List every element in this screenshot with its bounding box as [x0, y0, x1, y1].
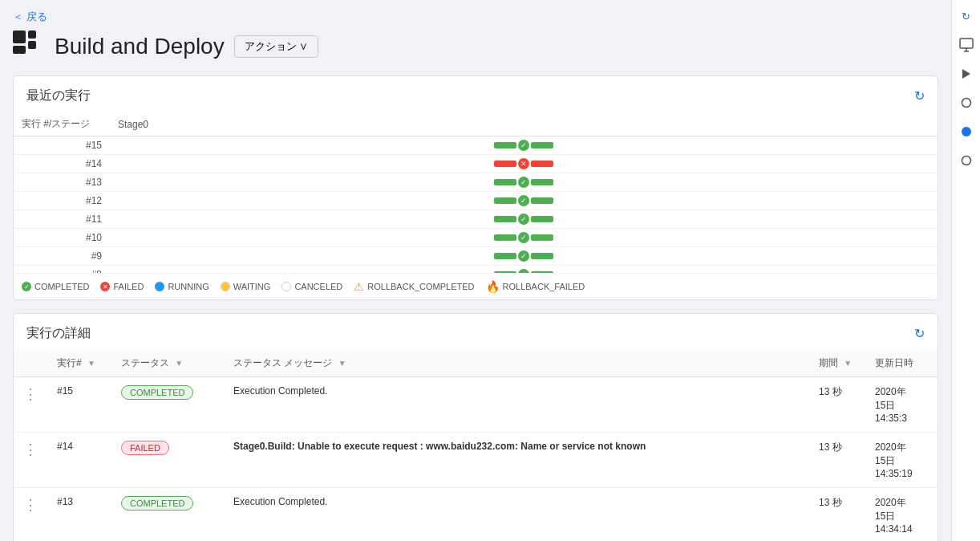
detail-message: Execution Completed.: [224, 377, 809, 433]
svg-point-8: [962, 99, 970, 108]
sidebar-circle-filled-icon[interactable]: [958, 124, 974, 140]
recent-panel-header: 最近の実行 ↻: [14, 76, 937, 112]
sidebar-circle-empty2-icon[interactable]: [958, 153, 974, 169]
detail-table: 実行# ▼ ステータス ▼ ステータス メッセージ ▼ 期間: [14, 350, 937, 541]
dur-sort-icon[interactable]: ▼: [844, 359, 852, 368]
svg-point-10: [962, 157, 970, 165]
detail-message: Execution Completed.: [224, 488, 809, 542]
recent-table-row[interactable]: #10✓: [14, 229, 937, 247]
dots-icon[interactable]: ⋮: [23, 497, 38, 513]
back-link[interactable]: ＜ 戻る: [13, 10, 938, 24]
legend-failed: ✕ FAILED: [100, 282, 144, 291]
stage-bar-right: [531, 161, 553, 167]
legend: ✓ COMPLETED ✕ FAILED RUNNING WAITING: [14, 273, 937, 299]
stage-bar-right: [531, 216, 553, 222]
stage-cell: ✕: [110, 155, 937, 173]
stage-bar-right: [531, 253, 553, 259]
right-sidebar: ↻: [951, 0, 980, 541]
legend-canceled-label: CANCELED: [294, 282, 342, 291]
recent-table-row[interactable]: #8✓: [14, 266, 937, 274]
svg-rect-0: [13, 31, 26, 43]
legend-failed-icon: ✕: [100, 282, 110, 291]
stage-status-dot: ✓: [518, 232, 529, 243]
stage-bar-right: [531, 271, 553, 273]
detail-table-row: ⋮#13COMPLETEDExecution Completed.13 秒202…: [14, 488, 937, 542]
detail-panel: 実行の詳細 ↻ 実行# ▼ ステータス ▼: [13, 313, 938, 541]
recent-executions-panel: 最近の実行 ↻ 実行 #/ステージ Stage0 #15✓#14✕#13✓#12…: [13, 75, 938, 300]
detail-message: Stage0.Build: Unable to execute request …: [224, 433, 809, 488]
recent-refresh-icon[interactable]: ↻: [914, 88, 925, 104]
detail-status: COMPLETED: [111, 377, 224, 433]
recent-table-row[interactable]: #13✓: [14, 173, 937, 192]
recent-table-row[interactable]: #12✓: [14, 192, 937, 210]
stage-bar-right: [531, 179, 553, 185]
svg-marker-7: [962, 69, 970, 79]
detail-duration: 13 秒: [809, 377, 865, 433]
stage-status-dot: ✓: [518, 214, 529, 225]
row-dots-menu[interactable]: ⋮: [14, 433, 47, 488]
dots-icon[interactable]: ⋮: [23, 386, 38, 402]
recent-table-row[interactable]: #14✕: [14, 155, 937, 173]
svg-point-9: [962, 127, 971, 136]
detail-refresh-icon[interactable]: ↻: [914, 326, 925, 341]
status-sort-icon[interactable]: ▼: [175, 359, 183, 368]
legend-rollback-completed: ⚠ ROLLBACK_COMPLETED: [354, 280, 474, 293]
dots-icon[interactable]: ⋮: [23, 441, 38, 458]
recent-table-row[interactable]: #11✓: [14, 210, 937, 229]
detail-run-number: #13: [47, 488, 111, 542]
stage-status-dot: ✓: [518, 195, 529, 206]
app-icon: [13, 31, 45, 63]
status-badge: FAILED: [121, 441, 169, 455]
stage-cell: ✓: [110, 173, 937, 192]
stage-bar-left: [494, 179, 516, 185]
detail-updated: 2020年 15日 14:35:3: [865, 377, 937, 433]
row-dots-menu[interactable]: ⋮: [14, 377, 47, 433]
stage-bar-left: [494, 271, 516, 273]
stage-status-dot: ✓: [518, 250, 529, 262]
run-number: #14: [14, 155, 110, 173]
actions-button[interactable]: アクション ∨: [234, 35, 319, 58]
detail-run-number: #15: [47, 377, 111, 433]
run-number: #10: [14, 229, 110, 247]
sidebar-refresh-icon[interactable]: ↻: [958, 8, 974, 24]
legend-waiting-icon: [221, 282, 230, 291]
recent-table: 実行 #/ステージ Stage0 #15✓#14✕#13✓#12✓#11✓#10…: [14, 112, 937, 273]
legend-canceled-icon: [281, 282, 291, 291]
msg-sort-icon[interactable]: ▼: [338, 359, 346, 368]
sidebar-monitor-icon[interactable]: [958, 37, 974, 53]
legend-rollback-failed-label: ROLLBACK_FAILED: [503, 282, 585, 291]
stage-bar-left: [494, 142, 516, 148]
stage-status-dot: ✓: [518, 269, 529, 273]
detail-status: FAILED: [111, 433, 224, 488]
detail-status: COMPLETED: [111, 488, 224, 542]
status-badge: COMPLETED: [121, 385, 193, 400]
run-number: #9: [14, 247, 110, 266]
run-number: #15: [14, 136, 110, 155]
run-sort-icon[interactable]: ▼: [87, 359, 95, 368]
col-run-header: 実行 #/ステージ: [14, 112, 110, 136]
stage-bar-left: [494, 253, 516, 259]
page-title: Build and Deploy: [55, 34, 225, 59]
legend-completed-icon: ✓: [22, 282, 31, 291]
detail-table-row: ⋮#14FAILEDStage0.Build: Unable to execut…: [14, 433, 937, 488]
stage-cell: ✓: [110, 247, 937, 266]
recent-table-row[interactable]: #9✓: [14, 247, 937, 266]
stage-bar-left: [494, 197, 516, 204]
legend-waiting: WAITING: [221, 282, 271, 291]
sidebar-play-icon[interactable]: [958, 66, 974, 82]
app-layout: ＜ 戻る Build and Deploy アクション ∨ 最近の実行 ↻: [0, 0, 980, 541]
legend-canceled: CANCELED: [281, 282, 342, 291]
stage-bar-left: [494, 216, 516, 222]
recent-table-area[interactable]: 実行 #/ステージ Stage0 #15✓#14✕#13✓#12✓#11✓#10…: [14, 112, 937, 273]
stage-bar-left: [494, 234, 516, 241]
legend-completed: ✓ COMPLETED: [22, 282, 89, 291]
run-number: #11: [14, 210, 110, 229]
legend-rollback-completed-icon: ⚠: [354, 280, 364, 293]
sidebar-circle-empty-icon[interactable]: [958, 95, 974, 111]
legend-running-icon: [155, 282, 164, 291]
recent-table-row[interactable]: #15✓: [14, 136, 937, 155]
stage-bar-right: [531, 142, 553, 148]
stage-bar-right: [531, 234, 553, 241]
legend-waiting-label: WAITING: [233, 282, 271, 291]
row-dots-menu[interactable]: ⋮: [14, 488, 47, 542]
